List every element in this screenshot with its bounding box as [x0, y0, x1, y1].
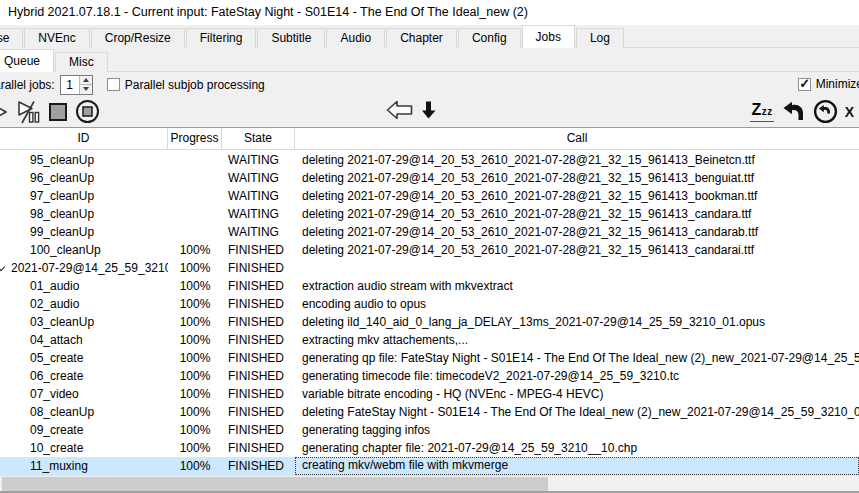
tab-base[interactable]: Base	[0, 28, 23, 48]
table-row[interactable]: 08_cleanUp100%FINISHEDdeleting FateStay …	[0, 403, 859, 421]
tab-crop-resize[interactable]: Crop/Resize	[91, 28, 185, 48]
window-title: Hybrid 2021.07.18.1 - Current input: Fat…	[0, 0, 859, 25]
move-job-down-button[interactable]	[420, 100, 437, 120]
job-progress-cell: 100%	[168, 313, 222, 331]
job-progress-cell: 100%	[168, 241, 222, 259]
table-row[interactable]: 99_cleanUpWAITINGdeleting 2021-07-29@14_…	[0, 223, 859, 241]
job-state-cell: FINISHED	[222, 349, 295, 367]
parallel-jobs-value[interactable]: 1	[61, 76, 79, 94]
job-call-cell: deleting 2021-07-29@14_20_53_2610_2021-0…	[295, 169, 859, 187]
table-row[interactable]: 100_cleanUp100%FINISHEDdeleting 2021-07-…	[0, 241, 859, 259]
job-progress-cell: 100%	[168, 457, 222, 475]
job-progress-cell	[168, 187, 222, 205]
tab-config[interactable]: Config	[458, 28, 521, 48]
job-id-cell: 09_create	[0, 421, 168, 439]
table-row[interactable]: 03_cleanUp100%FINISHEDdeleting ild_140_a…	[0, 313, 859, 331]
job-table-body: 95_cleanUpWAITINGdeleting 2021-07-29@14_…	[0, 151, 859, 475]
job-progress-cell: 100%	[168, 277, 222, 295]
triangle-up-icon	[83, 78, 89, 82]
job-id-cell: 07_video	[0, 385, 168, 403]
job-id-cell: 97_cleanUp	[0, 187, 168, 205]
parallel-subjob-checkbox[interactable]	[107, 78, 120, 91]
table-row[interactable]: 09_create100%FINISHEDgenerating tagging …	[0, 421, 859, 439]
table-row[interactable]: 11_muxing100%FINISHEDcreating mkv/webm f…	[0, 457, 859, 475]
job-state-cell: WAITING	[222, 223, 295, 241]
tab-queue[interactable]: Queue	[0, 49, 54, 72]
job-state-cell: FINISHED	[222, 277, 295, 295]
table-row[interactable]: 04_attach100%FINISHEDextracting mkv atta…	[0, 331, 859, 349]
horizontal-scrollbar[interactable]	[0, 475, 859, 491]
job-id-cell: 04_attach	[0, 331, 168, 349]
job-call-cell: generating tagging infos	[295, 421, 859, 439]
requeue-job-button[interactable]	[781, 101, 806, 123]
move-job-back-button[interactable]	[385, 99, 414, 121]
column-header-id[interactable]: ID	[0, 128, 168, 149]
job-call-cell: deleting 2021-07-29@14_20_53_2610_2021-0…	[295, 223, 859, 241]
column-header-progress[interactable]: Progress	[168, 128, 222, 149]
job-id-cell: 01_audio	[0, 277, 168, 295]
expand-chevron-icon[interactable]	[0, 263, 5, 271]
start-paused-button[interactable]	[15, 100, 41, 124]
job-call-cell: deleting 2021-07-29@14_20_53_2610_2021-0…	[295, 241, 859, 259]
column-header-state[interactable]: State	[222, 128, 295, 149]
tab-filtering[interactable]: Filtering	[186, 28, 257, 48]
job-id-cell: 98_cleanUp	[0, 205, 168, 223]
main-tab-bar: Base NVEnc Crop/Resize Filtering Subtitl…	[0, 25, 859, 48]
job-progress-cell: 100%	[168, 421, 222, 439]
table-row[interactable]: 2021-07-29@14_25_59_3210100%FINISHED	[0, 259, 859, 277]
tab-subtitle[interactable]: Subtitle	[257, 28, 325, 48]
job-state-cell: FINISHED	[222, 385, 295, 403]
job-call-cell: generating qp file: FateStay Night - S01…	[295, 349, 859, 367]
job-progress-cell: 100%	[168, 439, 222, 457]
table-row[interactable]: 07_video100%FINISHEDvariable bitrate enc…	[0, 385, 859, 403]
job-call-cell: generating timecode file: timecodeV2_202…	[295, 367, 859, 385]
job-id-cell: 99_cleanUp	[0, 223, 168, 241]
job-table-header: ID Progress State Call	[0, 128, 859, 150]
tab-misc[interactable]: Misc	[55, 52, 108, 72]
job-id-cell: 2021-07-29@14_25_59_3210	[0, 259, 168, 277]
scrollbar-thumb[interactable]	[2, 477, 548, 491]
tab-jobs[interactable]: Jobs	[522, 25, 575, 48]
table-row[interactable]: 96_cleanUpWAITINGdeleting 2021-07-29@14_…	[0, 169, 859, 187]
job-state-cell: WAITING	[222, 205, 295, 223]
redo-circle-icon	[813, 99, 838, 124]
job-progress-cell	[168, 151, 222, 169]
column-header-call[interactable]: Call	[295, 128, 859, 149]
job-state-cell: WAITING	[222, 151, 295, 169]
arrow-down-icon	[420, 100, 437, 120]
job-state-cell: FINISHED	[222, 403, 295, 421]
tab-log[interactable]: Log	[576, 28, 624, 48]
table-row[interactable]: 98_cleanUpWAITINGdeleting 2021-07-29@14_…	[0, 205, 859, 223]
job-id-cell: 10_create	[0, 439, 168, 457]
abort-all-button[interactable]	[75, 99, 100, 124]
job-progress-cell: 100%	[168, 349, 222, 367]
job-call-cell: deleting 2021-07-29@14_20_53_2610_2021-0…	[295, 187, 859, 205]
spinner-up-button[interactable]	[80, 76, 92, 85]
stop-button[interactable]	[47, 101, 69, 123]
table-row[interactable]: 95_cleanUpWAITINGdeleting 2021-07-29@14_…	[0, 151, 859, 169]
start-queue-button[interactable]	[0, 101, 9, 123]
job-call-cell: deleting 2021-07-29@14_20_53_2610_2021-0…	[295, 151, 859, 169]
close-icon[interactable]: X	[845, 101, 854, 123]
job-progress-cell: 100%	[168, 295, 222, 313]
spinner-down-button[interactable]	[80, 84, 92, 94]
job-id-cell: 06_create	[0, 367, 168, 385]
tab-audio[interactable]: Audio	[326, 28, 385, 48]
job-state-cell: FINISHED	[222, 331, 295, 349]
job-call-cell: encoding audio to opus	[295, 295, 859, 313]
table-row[interactable]: 05_create100%FINISHEDgenerating qp file:…	[0, 349, 859, 367]
table-row[interactable]: 01_audio100%FINISHEDextraction audio str…	[0, 277, 859, 295]
table-row[interactable]: 97_cleanUpWAITINGdeleting 2021-07-29@14_…	[0, 187, 859, 205]
parallel-jobs-spinner[interactable]: 1	[60, 75, 93, 95]
zzz-icon: Zzz	[750, 101, 773, 122]
table-row[interactable]: 02_audio100%FINISHEDencoding audio to op…	[0, 295, 859, 313]
job-call-cell: generating chapter file: 2021-07-29@14_2…	[295, 439, 859, 457]
table-row[interactable]: 10_create100%FINISHEDgenerating chapter …	[0, 439, 859, 457]
minimize-checkbox[interactable]	[798, 78, 811, 91]
tab-chapter[interactable]: Chapter	[386, 28, 457, 48]
job-id-cell: 05_create	[0, 349, 168, 367]
sleep-after-queue-button[interactable]: Zzz	[750, 101, 773, 122]
restart-job-button[interactable]	[813, 99, 838, 124]
tab-nvenc[interactable]: NVEnc	[24, 28, 89, 48]
table-row[interactable]: 06_create100%FINISHEDgenerating timecode…	[0, 367, 859, 385]
